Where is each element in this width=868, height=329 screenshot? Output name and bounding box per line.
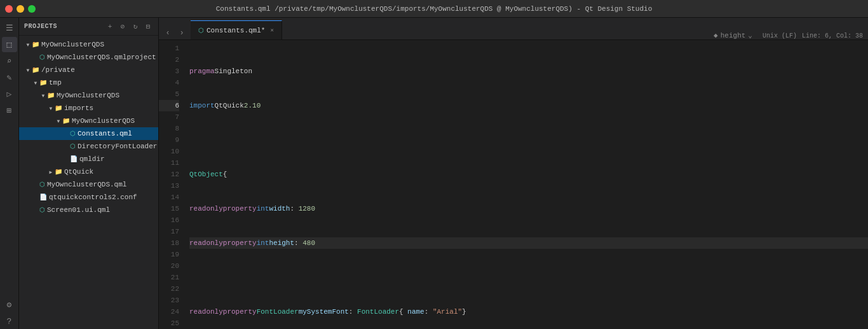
tab-nav-controls: ‹ ›: [159, 27, 191, 39]
tree-item-myown2[interactable]: ▼ 📁 MyOwnclusterQDS: [19, 115, 158, 127]
tree-label: qtquickcontrols2.conf: [49, 193, 137, 201]
tree-item-myownqml[interactable]: ⬡ MyOwnclusterQDS.qml: [19, 178, 158, 191]
help-icon[interactable]: ?: [2, 314, 17, 329]
arrow-spacer: [32, 206, 39, 214]
tree-label: qmldir: [79, 155, 105, 163]
file-icon: ⬡: [39, 53, 45, 61]
folder-icon: 📁: [55, 104, 62, 112]
tree-label: Constants.qml: [78, 130, 132, 137]
build-icon[interactable]: ▷: [2, 87, 17, 102]
editor-area: ‹ › ⬡ Constants.qml* ✕ ◆ height ⌄ Unix (…: [159, 18, 868, 329]
arrow-icon: ▼: [24, 66, 32, 74]
file-icon: 📄: [70, 155, 78, 163]
tree-label: MyOwnclusterQDS.qml: [47, 181, 126, 188]
arrow-spacer: [62, 143, 70, 150]
tree-item-qmldir[interactable]: 📄 qmldir: [19, 153, 158, 165]
code-line-6: readonly property int height: 480: [189, 237, 868, 249]
tab-file-icon: ⬡: [198, 27, 204, 34]
tree-label: DirectoryFontLoader.qml: [78, 143, 158, 150]
menu-icon[interactable]: ☰: [2, 20, 17, 36]
folder-icon: 📁: [62, 117, 70, 125]
arrow-spacer: [32, 193, 39, 201]
code-line-1: pragma Singleton: [189, 66, 868, 77]
filter-icon[interactable]: ⊘: [118, 22, 128, 32]
tree-label: MyOwnclusterQDS: [57, 92, 119, 99]
tree-item-qtquick[interactable]: ▶ 📁 QtQuick: [19, 165, 158, 178]
window-title: Constants.qml /private/tmp/MyOwnclusterQ…: [216, 5, 653, 13]
file-icon: ⬡: [39, 181, 45, 188]
tab-close-button[interactable]: ✕: [270, 27, 273, 34]
tree-label: /private: [41, 66, 75, 74]
tree-item-myown1[interactable]: ▼ 📁 MyOwnclusterQDS: [19, 89, 158, 102]
breadcrumb-symbol-icon: ◆: [714, 31, 718, 39]
tree-item-dirfont[interactable]: ⬡ DirectoryFontLoader.qml: [19, 140, 158, 153]
tree-item-qmlproject[interactable]: ⬡ MyOwnclusterQDS.qmlproject: [19, 51, 158, 64]
encoding-label: Unix (LF): [763, 32, 797, 39]
minimize-button[interactable]: [17, 5, 24, 13]
tab-back-button[interactable]: ‹: [161, 27, 174, 39]
tree-item-constants[interactable]: ⬡ Constants.qml: [19, 127, 158, 140]
code-line-7: [189, 272, 868, 283]
code-line-4: QtObject {: [189, 169, 868, 180]
folder-icon: 📁: [39, 79, 47, 87]
tree-label: imports: [64, 104, 93, 112]
folder-icon: 📁: [32, 66, 39, 74]
file-icon: ⬡: [39, 206, 45, 214]
code-content[interactable]: pragma Singleton import QtQuick 2.10 QtO…: [184, 43, 868, 326]
maximize-button[interactable]: [28, 5, 36, 13]
tree-label: MyOwnclusterQDS: [41, 41, 104, 48]
tree-item-screen01[interactable]: ⬡ Screen01.ui.qml: [19, 204, 158, 216]
position-label: Line: 6, Col: 38: [802, 32, 863, 39]
file-icon: ⬡: [70, 143, 76, 150]
sidebar: Projects + ⊘ ↻ ⊟ ▼ 📁 MyOwnclusterQDS ⬡ M…: [19, 18, 159, 329]
tree-item-imports[interactable]: ▼ 📁 imports: [19, 102, 158, 115]
file-icon: ⬡: [70, 130, 76, 137]
breadcrumb-symbol: height: [721, 32, 746, 39]
extensions-icon[interactable]: ⊞: [2, 103, 17, 118]
arrow-spacer: [62, 130, 70, 137]
icon-bar: ☰ ⬚ ⌕ ✎ ▷ ⊞ ⚙ ?: [0, 18, 19, 329]
refresh-icon[interactable]: ↻: [130, 22, 140, 32]
tree-item-controls-conf[interactable]: 📄 qtquickcontrols2.conf: [19, 191, 158, 204]
tab-bar: ‹ › ⬡ Constants.qml* ✕ ◆ height ⌄ Unix (…: [159, 18, 868, 40]
folder-icon: 📁: [32, 41, 39, 48]
explorer-icon[interactable]: ⬚: [2, 37, 17, 52]
tree-label: QtQuick: [64, 168, 93, 176]
tree-item-root[interactable]: ▼ 📁 MyOwnclusterQDS: [19, 38, 158, 51]
edit-icon[interactable]: ✎: [2, 70, 17, 85]
code-editor[interactable]: 1 2 3 4 5 6 7 8 9 10 11 12 13 14 15 16 1…: [159, 40, 868, 329]
tree-item-tmp[interactable]: ▼ 📁 tmp: [19, 76, 158, 89]
breadcrumb-chevron: ⌄: [748, 31, 752, 39]
tree-item-private[interactable]: ▼ 📁 /private: [19, 64, 158, 76]
code-line-8: readonly property FontLoader mySystemFon…: [189, 306, 868, 318]
tree-label: MyOwnclusterQDS: [72, 117, 135, 125]
new-file-icon[interactable]: +: [105, 22, 115, 32]
tab-label: Constants.qml*: [207, 27, 265, 34]
sidebar-header: Projects + ⊘ ↻ ⊟: [19, 18, 158, 36]
arrow-spacer: [32, 53, 39, 61]
arrow-icon: ▼: [24, 41, 32, 48]
line-numbers: 1 2 3 4 5 6 7 8 9 10 11 12 13 14 15 16 1…: [159, 43, 184, 326]
title-bar: Constants.qml /private/tmp/MyOwnclusterQ…: [0, 0, 868, 18]
settings-icon[interactable]: ⚙: [2, 297, 17, 312]
sidebar-toolbar: + ⊘ ↻ ⊟: [105, 22, 153, 32]
sidebar-title: Projects: [24, 23, 57, 30]
tab-constants[interactable]: ⬡ Constants.qml* ✕: [191, 20, 282, 39]
collapse-icon[interactable]: ⊟: [143, 22, 153, 32]
close-button[interactable]: [5, 5, 13, 13]
search-icon[interactable]: ⌕: [2, 53, 17, 69]
arrow-icon: ▶: [47, 168, 55, 176]
code-line-3: [189, 134, 868, 146]
tree-label: tmp: [49, 79, 62, 87]
arrow-icon: ▼: [55, 117, 62, 125]
arrow-icon: ▼: [32, 79, 39, 87]
tab-forward-button[interactable]: ›: [175, 27, 188, 39]
arrow-spacer: [32, 181, 39, 188]
tree-label: MyOwnclusterQDS.qmlproject: [47, 53, 156, 61]
main-layout: ☰ ⬚ ⌕ ✎ ▷ ⊞ ⚙ ? Projects + ⊘ ↻ ⊟ ▼ 📁 MyO…: [0, 18, 868, 329]
arrow-icon: ▼: [47, 104, 55, 112]
window-controls: [5, 5, 36, 13]
file-icon: 📄: [39, 193, 47, 201]
code-line-5: readonly property int width: 1280: [189, 203, 868, 214]
tree-label: Screen01.ui.qml: [47, 206, 110, 214]
